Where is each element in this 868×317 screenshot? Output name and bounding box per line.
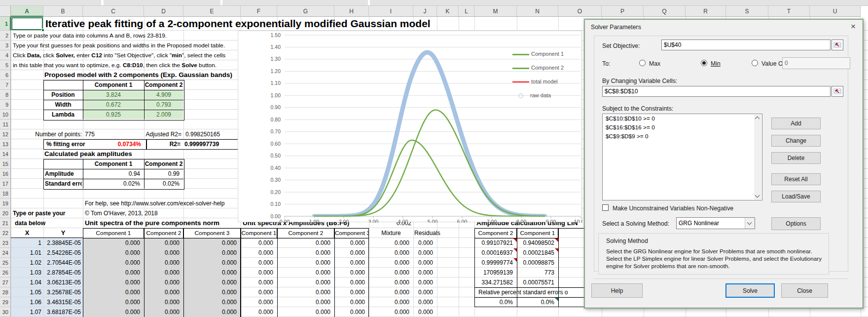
r2-value[interactable]: 0.999997739 <box>184 140 239 149</box>
cell-zero[interactable]: 0.000 <box>85 268 140 277</box>
y-column-header[interactable]: Y <box>43 228 83 238</box>
amp-value-cell[interactable]: 0.02% <box>145 179 180 189</box>
non-negative-checkbox[interactable] <box>602 204 609 211</box>
solver-parameters-dialog[interactable]: Solver Parameters × Set Objective: To: M… <box>584 19 863 308</box>
row-header-17[interactable]: 17 <box>0 179 11 189</box>
column-header-g[interactable]: G <box>277 6 334 17</box>
row-header-4[interactable]: 4 <box>0 50 11 60</box>
legend-item-component-2[interactable]: Component 2 <box>512 64 564 72</box>
cell-x[interactable]: 1.01 <box>12 248 41 258</box>
cell-zero[interactable]: 0.000 <box>85 307 140 317</box>
row-header-24[interactable]: 24 <box>0 248 11 258</box>
cell-zero[interactable]: 0.000 <box>185 277 237 287</box>
legend-item-component-1[interactable]: Component 1 <box>512 50 564 58</box>
row-header-19[interactable]: 19 <box>0 198 11 208</box>
cell-zero[interactable]: 0.000 <box>371 268 409 277</box>
solving-method-dropdown[interactable]: GRG Nonlinear <box>676 217 755 229</box>
cell-zero[interactable]: 0.000 <box>85 277 140 287</box>
add-button[interactable]: Add <box>771 118 821 129</box>
column-header-h[interactable]: H <box>334 6 369 17</box>
column-header-q[interactable]: Q <box>644 6 686 17</box>
constraint-item[interactable]: $C$16:$D$16 >= 0 <box>603 123 762 132</box>
column-header-i[interactable]: I <box>369 6 413 17</box>
row-header-8[interactable]: 8 <box>0 90 11 100</box>
row-header-5[interactable]: 5 <box>0 60 11 70</box>
column-header-n[interactable]: N <box>517 6 558 17</box>
selected-cell-a1[interactable] <box>11 17 43 30</box>
row-header-11[interactable]: 11 <box>0 119 11 129</box>
row-header-15[interactable]: 15 <box>0 159 11 169</box>
solve-button[interactable]: Solve <box>725 283 775 298</box>
change-button[interactable]: Change <box>771 135 821 147</box>
cell-x[interactable]: 1.03 <box>12 268 41 277</box>
cell-zero[interactable]: 0.000 <box>85 238 140 248</box>
column-header-s[interactable]: S <box>726 6 768 17</box>
cell-zero[interactable]: 0.000 <box>185 297 237 307</box>
row-header-18[interactable]: 18 <box>0 189 11 198</box>
cell-y[interactable]: 3.68187E-05 <box>45 307 81 317</box>
cell-zero[interactable]: 0.000 <box>415 307 433 317</box>
linest-cell[interactable]: 773 <box>519 268 554 277</box>
rel-error-cell[interactable]: 0.0% <box>519 297 554 307</box>
amp-value-cell[interactable]: 0.99 <box>145 169 180 179</box>
pm-value-cell[interactable]: 0.672 <box>83 100 144 109</box>
row-header-3[interactable]: 3 <box>0 40 11 50</box>
row-header-14[interactable]: 14 <box>0 149 11 159</box>
constraint-item[interactable]: $C$10:$D$10 >= 0 <box>603 114 762 123</box>
cell-zero[interactable]: 0.000 <box>185 248 237 258</box>
cell-zero[interactable]: 0.000 <box>371 238 409 248</box>
row-header-9[interactable]: 9 <box>0 100 11 110</box>
cell-zero[interactable]: 0.000 <box>185 268 237 277</box>
row-header-20[interactable]: 20 <box>0 208 11 218</box>
set-objective-input[interactable] <box>661 40 831 50</box>
cell-zero[interactable]: 0.000 <box>371 258 409 268</box>
cell-zero[interactable]: 0.000 <box>415 238 433 248</box>
cell-zero[interactable]: 0.000 <box>336 307 365 317</box>
row-header-22[interactable]: 22 <box>0 228 11 238</box>
variable-cells-input[interactable] <box>602 86 831 97</box>
cell-zero[interactable]: 0.000 <box>415 297 433 307</box>
amp-value-cell[interactable]: 0.94 <box>84 169 140 179</box>
x-column-header[interactable]: X <box>11 228 43 238</box>
pm-value-cell[interactable]: 2.009 <box>145 110 183 119</box>
column-header-o[interactable]: O <box>558 6 602 17</box>
cell-zero[interactable]: 0.000 <box>185 307 237 317</box>
help-button[interactable]: Help <box>591 283 643 298</box>
row-header-2[interactable]: 2 <box>0 31 11 40</box>
amp-value-cell[interactable]: 0.02% <box>84 179 140 189</box>
value-of-input[interactable] <box>782 57 850 69</box>
column-header-p[interactable]: P <box>602 6 644 17</box>
row-header-1[interactable]: 1 <box>0 17 11 31</box>
column-header-t[interactable]: T <box>768 6 810 17</box>
column-header-c[interactable]: C <box>83 6 144 17</box>
linest-cell[interactable]: 0.00016937 <box>476 248 513 258</box>
cell-zero[interactable]: 0.000 <box>185 287 237 297</box>
delete-button[interactable]: Delete <box>771 152 821 164</box>
adjusted-r2-value[interactable]: 0.998250165 <box>185 129 240 139</box>
variables-range-picker-button[interactable] <box>832 86 843 97</box>
close-button[interactable]: × <box>845 21 862 33</box>
cell-zero[interactable]: 0.000 <box>146 248 180 258</box>
cell-zero[interactable]: 0.000 <box>279 238 330 248</box>
column-header-f[interactable]: F <box>241 6 277 17</box>
fitting-error-value[interactable]: 0.0734% <box>89 140 141 149</box>
legend-item-raw-data[interactable]: raw data <box>512 91 551 99</box>
cell-y[interactable]: 2.54226E-05 <box>45 248 81 258</box>
cell-zero[interactable]: 0.000 <box>336 277 365 287</box>
cell-y[interactable]: 2.87854E-05 <box>45 268 81 277</box>
cell-zero[interactable]: 0.000 <box>336 268 365 277</box>
cell-zero[interactable]: 0.000 <box>146 258 180 268</box>
row-header-10[interactable]: 10 <box>0 110 11 119</box>
linest-cell[interactable]: 0.99107921 <box>476 238 513 248</box>
cell-zero[interactable]: 0.000 <box>243 238 273 248</box>
objective-range-picker-button[interactable] <box>832 40 843 50</box>
cell-zero[interactable]: 0.000 <box>336 287 365 297</box>
linest-cell[interactable]: 0.00021845 <box>519 248 554 258</box>
column-header-j[interactable]: J <box>413 6 437 17</box>
options-button[interactable]: Options <box>771 217 821 230</box>
cell-y[interactable]: 3.06213E-05 <box>45 277 81 287</box>
row-header-21[interactable]: 21 <box>0 218 11 228</box>
row-header-30[interactable]: 30 <box>0 307 11 317</box>
row-header-23[interactable]: 23 <box>0 238 11 248</box>
row-header-27[interactable]: 27 <box>0 277 11 287</box>
